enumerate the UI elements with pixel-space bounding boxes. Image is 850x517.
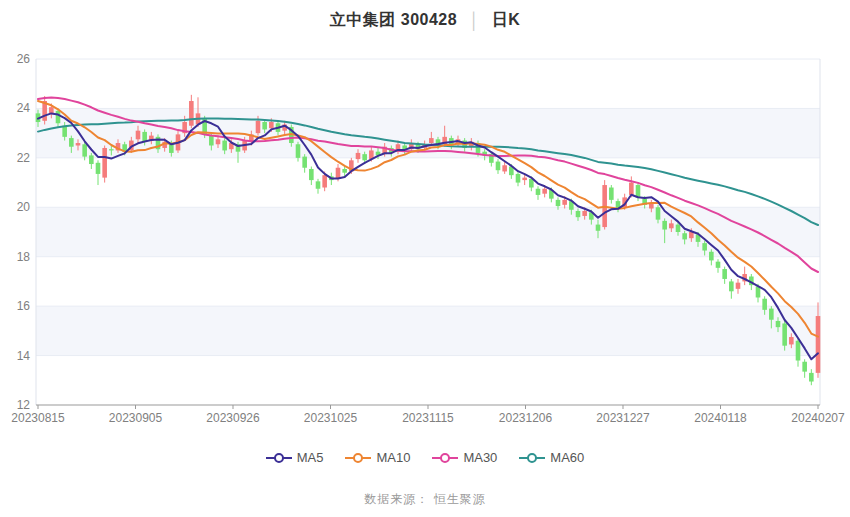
ma-legend: MA5MA10MA30MA60 (0, 450, 850, 465)
candle-body (189, 101, 194, 126)
candle-body (656, 207, 661, 219)
candle-body (516, 174, 521, 183)
candle-body (216, 139, 221, 144)
candle (802, 359, 807, 378)
candle (609, 185, 614, 204)
candle-body (802, 362, 807, 372)
candle-body (89, 155, 94, 164)
x-tick-label: 20230815 (11, 411, 65, 425)
candle-body (789, 337, 794, 344)
candle-body (676, 225, 681, 232)
y-axis-labels: 2624222018161412 (17, 52, 31, 412)
ma10-legend-marker-icon (345, 452, 371, 464)
candle (716, 259, 721, 273)
data-source-label: 数据来源： 恒生聚源 (0, 491, 850, 508)
candle-body (302, 157, 307, 168)
candle-body (809, 373, 814, 382)
legend-label: MA5 (297, 450, 324, 465)
kline-chart-page: { "title": { "name": "立中集团", "code": "30… (0, 0, 850, 517)
candle-body (209, 136, 214, 146)
x-tick-label: 20231025 (304, 411, 358, 425)
price-band (36, 306, 820, 355)
candle-body (222, 141, 227, 151)
candle (42, 96, 47, 124)
candle-body (782, 323, 787, 345)
candle-body (522, 178, 527, 180)
candle (736, 279, 741, 294)
legend-item-ma5[interactable]: MA5 (266, 450, 324, 465)
candle-body (582, 211, 587, 216)
candle-body (816, 316, 821, 373)
candle-body (556, 200, 561, 206)
candle-body (362, 154, 367, 160)
candle-body (496, 162, 501, 171)
candle-body (69, 138, 74, 147)
candle-body (56, 111, 61, 123)
candle-body (722, 269, 727, 279)
candle-body (322, 175, 327, 187)
candle-body (316, 181, 321, 188)
candle-body (96, 163, 101, 174)
candle (496, 159, 501, 174)
x-tick-label: 20240118 (694, 411, 747, 425)
candle-body (796, 341, 801, 361)
legend-item-ma10[interactable]: MA10 (345, 450, 410, 465)
candle-body (356, 153, 361, 159)
ma30-legend-marker-icon (432, 452, 458, 464)
candle (729, 279, 734, 299)
candle-body (769, 309, 774, 320)
candle-body (702, 243, 707, 250)
candle-body (82, 144, 87, 156)
candle (96, 160, 101, 185)
x-tick-label: 20240207 (791, 411, 845, 425)
candle (796, 338, 801, 366)
candle-body (762, 299, 767, 310)
x-tick-label: 20230905 (109, 411, 163, 425)
candle (809, 369, 814, 385)
candle-body (109, 149, 114, 150)
legend-label: MA30 (463, 450, 497, 465)
candle-body (542, 189, 547, 194)
candle (296, 142, 301, 162)
candle-body (536, 189, 541, 195)
x-tick-label: 20231115 (402, 411, 454, 425)
y-tick-label: 24 (17, 101, 31, 115)
candle (316, 179, 321, 194)
legend-item-ma60[interactable]: MA60 (519, 450, 584, 465)
candle-body (596, 225, 601, 231)
candle-body (296, 144, 301, 158)
y-tick-label: 20 (17, 200, 31, 214)
x-tick-label: 20231206 (499, 411, 553, 425)
candle-body (502, 165, 507, 171)
candle (302, 154, 307, 173)
candle-body (729, 281, 734, 291)
ma5-legend-marker-icon (266, 452, 292, 464)
candle (102, 146, 107, 183)
candle-body (562, 200, 567, 205)
candle-body (102, 148, 107, 178)
legend-item-ma30[interactable]: MA30 (432, 450, 497, 465)
y-tick-label: 12 (17, 398, 31, 412)
candle-body (262, 122, 267, 129)
candle-body (662, 221, 667, 230)
candle (742, 267, 747, 286)
candle-body (736, 283, 741, 289)
candle-body (776, 321, 781, 327)
y-tick-label: 22 (17, 151, 31, 165)
legend-label: MA60 (550, 450, 584, 465)
candle-body (76, 143, 81, 145)
candle (602, 180, 607, 229)
kline-chart: 2023081520230905202309262023102520231115… (0, 0, 850, 517)
candle-body (342, 169, 347, 173)
candle-body (309, 169, 314, 180)
candle (722, 267, 727, 284)
candle (309, 167, 314, 186)
candle (516, 171, 521, 186)
x-tick-label: 20230926 (206, 411, 260, 425)
candle-body (629, 183, 634, 195)
candle-body (682, 233, 687, 239)
candle-body (609, 188, 614, 200)
y-tick-label: 18 (17, 250, 31, 264)
y-tick-label: 14 (17, 349, 31, 363)
x-tick-label: 20231227 (596, 411, 650, 425)
